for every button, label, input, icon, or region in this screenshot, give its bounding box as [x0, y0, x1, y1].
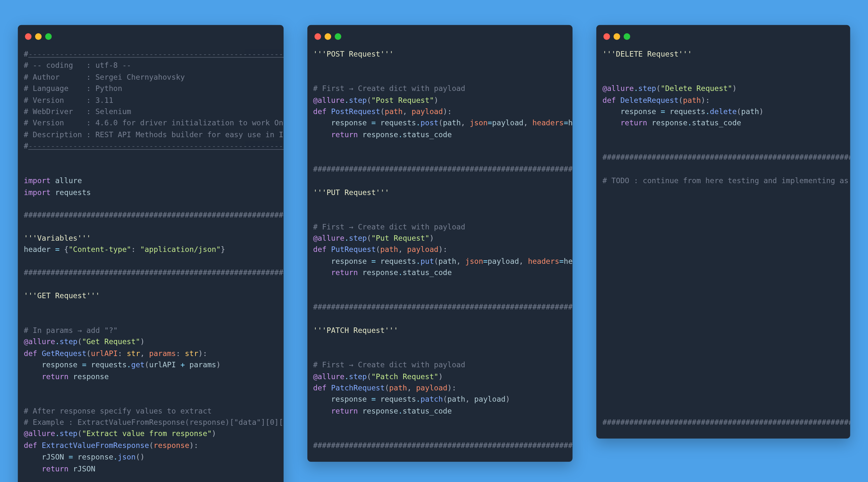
comment: # First → Create dict with payload	[313, 360, 465, 369]
section-docstring: '''PATCH Request'''	[313, 325, 398, 334]
close-icon[interactable]	[25, 33, 31, 40]
attr: status_code	[403, 268, 452, 277]
var: response	[73, 452, 113, 461]
traffic-lights	[313, 33, 567, 48]
method: patch	[421, 395, 443, 404]
var: response	[313, 118, 371, 127]
module-name: allure	[55, 176, 82, 185]
decorator: @allure	[313, 95, 344, 104]
attr: status_code	[403, 406, 452, 415]
code-block-1[interactable]: #---------------------------------------…	[24, 48, 277, 482]
param: payload	[407, 245, 438, 254]
paren: ):	[443, 107, 452, 116]
code-window-1: #---------------------------------------…	[18, 25, 283, 482]
comma: ,	[456, 256, 465, 265]
todo-comment: # TODO : continue from here testing and …	[602, 176, 850, 185]
var: response	[24, 360, 82, 369]
indent	[313, 406, 331, 415]
paren: (	[367, 95, 371, 104]
indent	[24, 464, 42, 473]
param: urlAPI	[91, 349, 118, 358]
indent	[602, 118, 620, 127]
op: =	[371, 256, 376, 265]
code-block-2[interactable]: '''POST Request''' # First → Create dict…	[313, 48, 567, 451]
return-kw: return	[620, 118, 648, 127]
separator: ########################################…	[313, 303, 573, 312]
arg: path	[438, 256, 457, 265]
paren: )	[434, 95, 438, 104]
paren: ):	[189, 441, 198, 450]
maximize-icon[interactable]	[624, 33, 630, 40]
paren: ):	[198, 349, 207, 358]
close-icon[interactable]	[604, 33, 610, 40]
paren: )	[212, 429, 216, 438]
paren: (	[149, 441, 154, 450]
arg: header	[564, 256, 573, 265]
op: =	[82, 360, 87, 369]
paren: (	[380, 107, 385, 116]
paren: (	[385, 383, 389, 392]
paren: )	[140, 337, 145, 346]
decorator-fn: step	[60, 429, 78, 438]
colon: :	[176, 349, 185, 358]
param: path	[389, 383, 407, 392]
eq: =	[564, 118, 568, 127]
module: requests	[87, 360, 127, 369]
paren: (	[78, 429, 82, 438]
param: response	[154, 441, 189, 450]
var: rJSON	[24, 452, 68, 461]
dot: .	[633, 84, 638, 93]
var-name: header	[24, 245, 55, 254]
close-icon[interactable]	[314, 33, 321, 40]
type: str	[185, 349, 198, 358]
paren: (	[679, 95, 683, 104]
string: "Extract value from response"	[82, 429, 212, 438]
arg: payload	[474, 395, 505, 404]
kwarg: headers	[528, 256, 559, 265]
decorator: @allure	[313, 234, 344, 243]
var: response	[602, 107, 661, 116]
return-kw: return	[331, 130, 358, 139]
section-docstring: '''PUT Request'''	[313, 187, 389, 196]
separator: ########################################…	[602, 418, 850, 427]
def-kw: def	[24, 441, 37, 450]
fn-name: GetRequest	[42, 349, 87, 358]
paren: )	[438, 372, 443, 381]
type: str	[127, 349, 140, 358]
separator: ########################################…	[24, 211, 283, 220]
comma: ,	[407, 383, 416, 392]
module: requests	[376, 256, 416, 265]
paren: (	[656, 84, 661, 93]
minimize-icon[interactable]	[324, 33, 331, 40]
header-line: # Version : 3.11	[24, 95, 113, 104]
op: =	[371, 395, 376, 404]
kwarg: json	[465, 256, 483, 265]
code-block-3[interactable]: '''DELETE Request''' @allure.step("Delet…	[602, 48, 844, 428]
brace: }	[220, 245, 225, 254]
maximize-icon[interactable]	[45, 33, 52, 40]
header-line: # Description : REST API Methods builder…	[24, 130, 283, 139]
import-kw: import	[24, 176, 51, 185]
decorator-fn: step	[349, 95, 367, 104]
comment: # First → Create dict with payload	[313, 222, 465, 231]
def-kw: def	[602, 95, 616, 104]
string: "Put Request"	[371, 234, 430, 243]
kwarg: json	[470, 118, 488, 127]
param: path	[683, 95, 701, 104]
minimize-icon[interactable]	[35, 33, 41, 40]
paren: (	[367, 234, 371, 243]
code-window-3: '''DELETE Request''' @allure.step("Delet…	[596, 25, 850, 439]
decorator-fn: step	[638, 84, 656, 93]
eq-op: =	[55, 245, 60, 254]
code-window-2: '''POST Request''' # First → Create dict…	[307, 25, 572, 462]
decorator: @allure	[313, 372, 344, 381]
minimize-icon[interactable]	[614, 33, 620, 40]
string: "Patch Request"	[371, 372, 438, 381]
arg: path	[741, 107, 759, 116]
maximize-icon[interactable]	[335, 33, 341, 40]
fn-name: ExtractValueFromResponse	[42, 441, 149, 450]
var: response	[358, 268, 398, 277]
dot: .	[113, 452, 118, 461]
comment: # After response specify values to extra…	[24, 406, 212, 415]
dot: .	[687, 118, 692, 127]
